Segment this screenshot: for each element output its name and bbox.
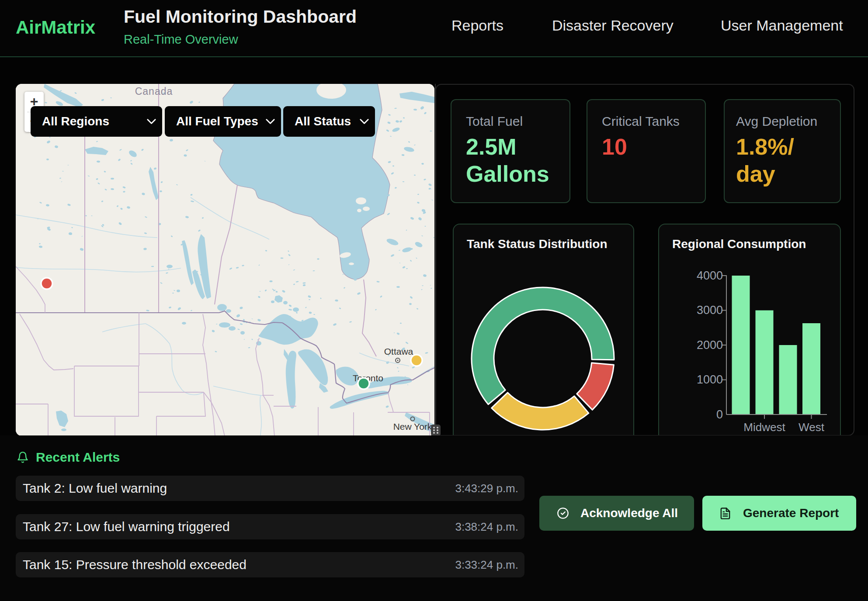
svg-text:0: 0 (716, 408, 723, 421)
svg-text:1000: 1000 (697, 373, 723, 386)
svg-text:2000: 2000 (697, 338, 723, 352)
svg-text:Midwest: Midwest (743, 421, 785, 434)
svg-text:West: West (799, 421, 825, 434)
svg-text:Ottawa: Ottawa (384, 346, 413, 356)
svg-text:Canada: Canada (135, 86, 173, 97)
svg-text:3000: 3000 (697, 304, 723, 317)
svg-text:New York: New York (393, 421, 432, 432)
svg-text:4000: 4000 (697, 269, 723, 282)
